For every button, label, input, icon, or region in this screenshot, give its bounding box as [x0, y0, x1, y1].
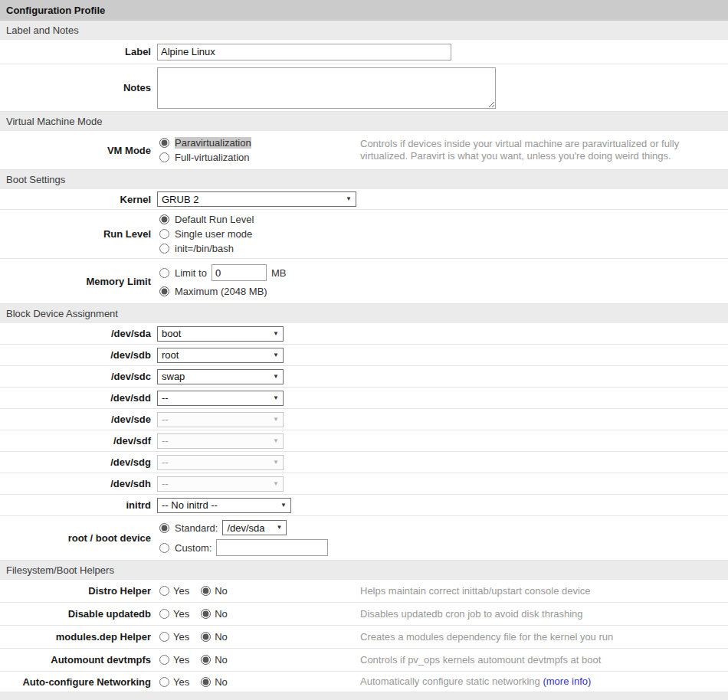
- yes-label: Yes: [173, 608, 189, 620]
- helper-help-text: Controls if pv_ops kernels automount dev…: [360, 654, 615, 666]
- run-level-row: Run Level Default Run Level Single user …: [0, 210, 728, 259]
- run-level-option-default[interactable]: Default Run Level: [157, 212, 254, 227]
- custom-root-device-input[interactable]: [216, 539, 328, 556]
- sda-select[interactable]: boot ▼: [157, 326, 284, 342]
- sdg-select: -- ▼: [157, 455, 284, 470]
- maximum-memory-radio[interactable]: [159, 286, 169, 296]
- auto-configure-networking-no[interactable]: No: [198, 676, 228, 688]
- root-device-option-custom[interactable]: Custom:: [157, 538, 328, 557]
- yes-radio[interactable]: [159, 655, 169, 665]
- chevron-down-icon: ▼: [276, 525, 282, 531]
- page-title: Configuration Profile: [6, 5, 105, 16]
- label-input[interactable]: [157, 44, 451, 61]
- yes-radio[interactable]: [159, 632, 169, 642]
- sdf-select: -- ▼: [157, 433, 284, 449]
- helper-help-text: Automatically configure static networkin…: [360, 675, 605, 688]
- yes-radio[interactable]: [159, 609, 169, 619]
- yes-label: Yes: [173, 585, 189, 597]
- no-radio[interactable]: [201, 677, 211, 687]
- sdc-select[interactable]: swap ▼: [157, 369, 284, 384]
- kernel-select-value: GRUB 2: [162, 194, 198, 205]
- yes-radio[interactable]: [159, 677, 169, 687]
- device-label: /dev/sdb: [0, 349, 157, 361]
- notes-textarea[interactable]: [157, 67, 496, 109]
- standard-option-label: Standard:: [175, 522, 218, 534]
- run-level-option-single-user[interactable]: Single user mode: [157, 227, 254, 241]
- init-bin-bash-radio[interactable]: [159, 244, 169, 254]
- section-title: Block Device Assignment: [6, 308, 118, 319]
- no-radio[interactable]: [201, 632, 211, 642]
- vm-mode-option-paravirtualization[interactable]: Paravirtualization: [157, 136, 251, 150]
- memory-limit-option-maximum[interactable]: Maximum (2048 MB): [157, 284, 286, 299]
- label-row: Label: [0, 40, 728, 64]
- block-device-row-sda: /dev/sda boot ▼: [0, 323, 728, 345]
- yes-radio[interactable]: [159, 586, 169, 596]
- helper-row-automount-devtmpfs: Automount devtmpfs Yes No Controls if pv…: [0, 649, 728, 672]
- sdh-select-value: --: [162, 478, 169, 489]
- block-device-row-sdb: /dev/sdb root ▼: [0, 345, 728, 366]
- kernel-select[interactable]: GRUB 2 ▼: [157, 191, 356, 207]
- sdd-select-value: --: [162, 392, 169, 404]
- initrd-select[interactable]: -- No initrd -- ▼: [157, 498, 291, 513]
- automount-devtmpfs-yes[interactable]: Yes: [157, 654, 189, 666]
- chevron-down-icon: ▼: [273, 417, 279, 423]
- single-user-mode-radio[interactable]: [159, 229, 169, 239]
- initrd-label: initrd: [0, 499, 157, 511]
- paravirtualization-option-label: Paravirtualization: [175, 137, 251, 149]
- helper-help-text: Creates a modules dependency file for th…: [360, 631, 627, 643]
- yes-label: Yes: [173, 631, 189, 643]
- limit-to-radio[interactable]: [159, 268, 169, 278]
- helper-row-auto-configure-networking: Auto-configure Networking Yes No Automat…: [0, 672, 728, 692]
- custom-root-radio[interactable]: [159, 543, 169, 553]
- sdf-select-value: --: [162, 435, 169, 446]
- standard-root-device-select[interactable]: /dev/sda ▼: [222, 520, 287, 535]
- helper-label: modules.dep Helper: [0, 631, 157, 643]
- default-run-level-radio[interactable]: [159, 214, 169, 224]
- helper-label: Automount devtmpfs: [0, 654, 157, 666]
- memory-limit-input[interactable]: [212, 264, 267, 281]
- block-device-row-sdh: /dev/sdh -- ▼: [0, 473, 728, 495]
- vm-mode-option-full-virtualization[interactable]: Full-virtualization: [157, 150, 251, 165]
- chevron-down-icon: ▼: [273, 460, 279, 466]
- disable-updatedb-no[interactable]: No: [198, 608, 228, 620]
- distro-helper-yes[interactable]: Yes: [157, 585, 189, 597]
- block-device-row-sdd: /dev/sdd -- ▼: [0, 388, 728, 409]
- device-label: /dev/sdc: [0, 371, 157, 382]
- block-device-row-sdc: /dev/sdc swap ▼: [0, 366, 728, 388]
- footer-strip: [0, 692, 728, 700]
- kernel-label: Kernel: [0, 194, 157, 205]
- device-label: /dev/sdd: [0, 392, 157, 404]
- root-boot-device-row: root / boot device Standard: /dev/sda ▼ …: [0, 516, 728, 561]
- no-radio[interactable]: [201, 609, 211, 619]
- chevron-down-icon: ▼: [273, 438, 279, 444]
- sdd-select[interactable]: -- ▼: [157, 391, 284, 406]
- section-header-helpers: Filesystem/Boot Helpers: [0, 561, 728, 580]
- disable-updatedb-yes[interactable]: Yes: [157, 608, 189, 620]
- sda-select-value: boot: [162, 328, 181, 339]
- full-virtualization-radio[interactable]: [159, 152, 169, 162]
- helper-help-text: Helps maintain correct inittab/upstart c…: [360, 585, 605, 597]
- chevron-down-icon: ▼: [280, 502, 287, 509]
- root-device-option-standard[interactable]: Standard: /dev/sda ▼: [157, 519, 328, 536]
- root-boot-device-label: root / boot device: [0, 532, 157, 544]
- modules-dep-yes[interactable]: Yes: [157, 631, 189, 643]
- no-radio[interactable]: [201, 655, 211, 665]
- vm-mode-label: VM Mode: [0, 145, 157, 156]
- paravirtualization-radio[interactable]: [159, 138, 169, 148]
- standard-root-radio[interactable]: [159, 523, 169, 533]
- sdb-select[interactable]: root ▼: [157, 348, 284, 363]
- yes-label: Yes: [173, 676, 189, 688]
- helper-row-distro-helper: Distro Helper Yes No Helps maintain corr…: [0, 580, 728, 603]
- no-radio[interactable]: [201, 586, 211, 596]
- run-level-option-init-bash[interactable]: init=/bin/bash: [157, 241, 254, 256]
- chevron-down-icon: ▼: [273, 395, 279, 401]
- modules-dep-no[interactable]: No: [198, 631, 228, 643]
- distro-helper-no[interactable]: No: [198, 585, 228, 597]
- section-title: Label and Notes: [6, 25, 79, 36]
- default-run-level-option-label: Default Run Level: [175, 214, 254, 225]
- automount-devtmpfs-no[interactable]: No: [198, 654, 228, 666]
- label-field-label: Label: [0, 46, 157, 57]
- memory-limit-option-limit-to[interactable]: Limit to MB: [157, 263, 286, 282]
- auto-configure-networking-yes[interactable]: Yes: [157, 676, 189, 688]
- more-info-link[interactable]: (more info): [543, 675, 591, 687]
